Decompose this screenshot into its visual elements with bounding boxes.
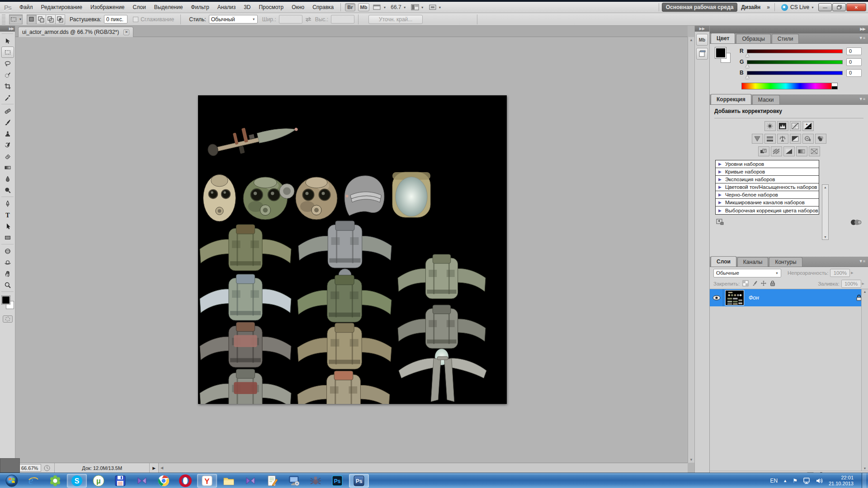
pen-tool[interactable] xyxy=(1,198,14,209)
foreground-color-swatch[interactable] xyxy=(715,47,726,58)
menu-11[interactable]: Справка xyxy=(308,2,338,13)
cs-live-button[interactable]: CS Live ▼ xyxy=(781,4,814,11)
panel-toggle-visibility-icon[interactable] xyxy=(850,219,862,225)
menu-3[interactable]: Изображение xyxy=(86,2,129,13)
chrome[interactable] xyxy=(154,474,174,488)
threshold-adjustment-button[interactable] xyxy=(783,146,795,156)
menu-1[interactable]: Файл xyxy=(15,2,37,13)
blend-mode-select[interactable]: Обычные ▼ xyxy=(713,269,781,277)
exposure-adjustment-button[interactable]: +– xyxy=(802,121,814,131)
style-select[interactable]: Обычный ▼ xyxy=(209,15,258,23)
menu-9[interactable]: Просмотр xyxy=(255,2,288,13)
levels-adjustment-button[interactable] xyxy=(777,121,788,131)
preset-item-4[interactable]: ▶Цветовой тон/Насыщенность наборов xyxy=(716,183,819,191)
lock-position-button[interactable] xyxy=(760,280,767,287)
start-button[interactable] xyxy=(2,474,22,488)
photoshop-running[interactable]: Ps xyxy=(349,474,369,488)
lasso-tool[interactable] xyxy=(1,58,14,69)
posterize-adjustment-button[interactable] xyxy=(771,146,782,156)
status-menu-arrow-icon[interactable]: ▶ xyxy=(152,466,156,470)
opacity-spinner-icon[interactable]: ▶ xyxy=(851,271,853,275)
opera[interactable] xyxy=(175,474,195,488)
collapsed-panel-button[interactable] xyxy=(696,48,708,60)
dock-collapse-button[interactable]: ▶▶ xyxy=(710,26,868,33)
preset-item-1[interactable]: ▶Уровни наборов xyxy=(716,160,819,168)
menu-8[interactable]: 3D xyxy=(240,2,255,13)
black-white-adjustment-button[interactable] xyxy=(790,134,801,144)
scroll-left-icon[interactable]: ◀ xyxy=(160,466,163,470)
hidden-icons-button[interactable]: ▲ xyxy=(783,479,787,483)
network-icon[interactable] xyxy=(803,478,811,484)
lock-all-button[interactable] xyxy=(769,280,776,287)
layer-thumbnail[interactable] xyxy=(725,290,744,305)
curves-adjustment-button[interactable] xyxy=(790,121,801,131)
selection-mode-subtract[interactable] xyxy=(46,14,56,24)
panel-color-swatches[interactable] xyxy=(715,47,731,64)
crop-tool[interactable] xyxy=(1,80,14,92)
type-tool[interactable]: T xyxy=(1,209,14,221)
arrange-documents-button[interactable]: ▼ xyxy=(411,4,424,10)
channel-mixer-adjustment-button[interactable] xyxy=(815,134,826,144)
kmplayer-2[interactable] xyxy=(241,474,260,488)
hue-saturation-adjustment-button[interactable] xyxy=(764,134,776,144)
path-selection-tool[interactable] xyxy=(1,221,14,232)
preset-item-3[interactable]: ▶Экспозиция наборов xyxy=(716,176,819,183)
dodge-tool[interactable] xyxy=(1,184,14,196)
history-brush-tool[interactable] xyxy=(1,139,14,150)
tab-adjustments-2[interactable]: Маски xyxy=(752,95,780,104)
rectangle-tool[interactable] xyxy=(1,232,14,243)
slider-handle[interactable] xyxy=(745,75,749,79)
skype[interactable]: S xyxy=(67,474,87,488)
invert-adjustment-button[interactable] xyxy=(758,146,769,156)
expand-triangle-icon[interactable]: ▶ xyxy=(718,162,722,166)
icq[interactable] xyxy=(45,474,65,488)
eyedropper-tool[interactable] xyxy=(1,92,14,103)
menu-10[interactable]: Окно xyxy=(288,2,308,13)
menu-6[interactable]: Фильтр xyxy=(187,2,213,13)
tab-adjustments-1[interactable]: Коррекция xyxy=(711,94,751,104)
document-canvas[interactable] xyxy=(198,95,507,404)
quick-selection-tool[interactable] xyxy=(1,69,14,80)
r-slider[interactable] xyxy=(747,49,843,53)
status-zoom-input[interactable]: 66.67% xyxy=(18,464,41,472)
mini-bridge-panel-button[interactable]: Mb xyxy=(696,34,708,46)
panel-menu-icon[interactable]: ▼≡ xyxy=(859,259,865,263)
color-balance-adjustment-button[interactable] xyxy=(777,134,788,144)
preset-item-5[interactable]: ▶Черно-белое наборов xyxy=(716,191,819,199)
document-tab[interactable]: ui_actor_armor.dds @ 66.7% (RGB/32*) ✕ xyxy=(18,27,133,37)
notepad[interactable] xyxy=(262,474,282,488)
b-slider[interactable] xyxy=(747,71,843,75)
internet-explorer[interactable]: e xyxy=(24,474,43,488)
gradient-map-adjustment-button[interactable] xyxy=(796,146,807,156)
quick-mask-button[interactable] xyxy=(3,315,13,323)
zoom-tool[interactable] xyxy=(1,279,14,291)
workspace-design-button[interactable]: Дизайн xyxy=(737,3,764,11)
zoom-level-control[interactable]: 66.7 ▼ xyxy=(391,4,406,10)
vibrance-adjustment-button[interactable] xyxy=(752,134,763,144)
close-document-icon[interactable]: ✕ xyxy=(123,29,129,35)
fill-spinner-icon[interactable]: ▶ xyxy=(862,282,864,286)
explorer-folder[interactable] xyxy=(219,474,239,488)
expand-triangle-icon[interactable]: ▶ xyxy=(718,200,722,205)
kmplayer[interactable] xyxy=(132,474,152,488)
minimize-button[interactable]: — xyxy=(818,3,832,11)
tab-layers-3[interactable]: Контуры xyxy=(769,257,802,267)
3d-rotate-tool[interactable] xyxy=(1,245,14,257)
r-value-input[interactable]: 0 xyxy=(846,47,862,55)
opacity-input[interactable]: 100% xyxy=(830,269,850,277)
workspace-essentials-button[interactable]: Основная рабочая среда xyxy=(662,3,738,12)
fill-input[interactable]: 100% xyxy=(841,280,861,288)
save-floppy[interactable] xyxy=(110,474,130,488)
launch-bridge-button[interactable]: Br xyxy=(345,3,355,11)
photoshop-shortcut[interactable]: Ps xyxy=(327,474,347,488)
selective-color-adjustment-button[interactable] xyxy=(809,146,820,156)
expand-triangle-icon[interactable]: ▶ xyxy=(718,208,722,213)
scroll-down-icon[interactable]: ▼ xyxy=(689,458,693,462)
gradient-tool[interactable] xyxy=(1,162,14,173)
yandex-browser[interactable]: Y xyxy=(197,474,217,488)
view-extras-button[interactable]: ▼ xyxy=(373,4,386,10)
expand-triangle-icon[interactable]: ▶ xyxy=(718,185,722,189)
selection-mode-new[interactable] xyxy=(27,14,37,24)
tab-layers-1[interactable]: Слои xyxy=(711,256,736,267)
selection-mode-add[interactable] xyxy=(36,14,46,24)
